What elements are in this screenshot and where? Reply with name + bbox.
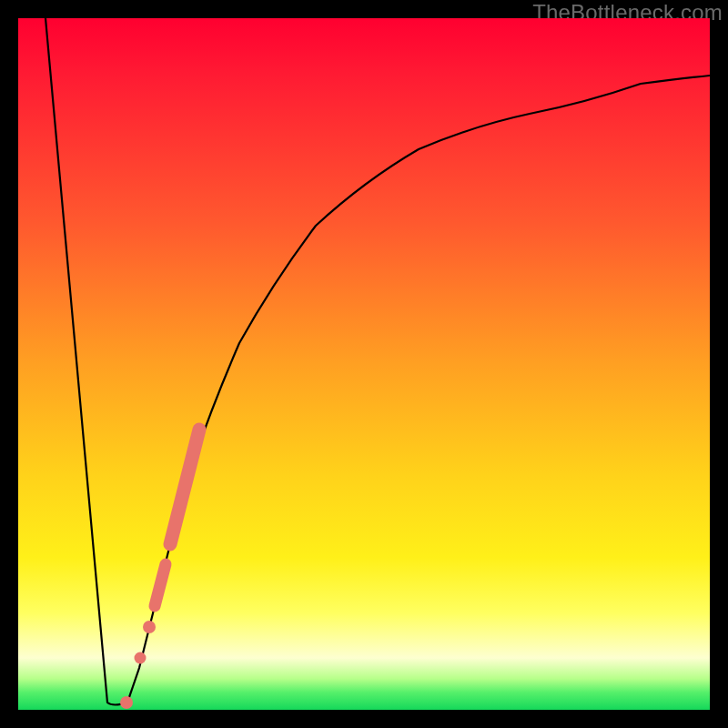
- plot-area: [18, 18, 710, 710]
- marker-cluster-dot-b: [135, 652, 147, 664]
- marker-cluster-dot-c: [120, 696, 133, 709]
- chart-frame: TheBottleneck.com: [0, 0, 728, 728]
- curve-layer: [18, 18, 710, 710]
- bottleneck-curve: [46, 18, 710, 705]
- marker-cluster-segment-top: [170, 430, 199, 544]
- marker-cluster-dot-a: [143, 621, 156, 633]
- marker-cluster-segment-mid: [155, 564, 166, 606]
